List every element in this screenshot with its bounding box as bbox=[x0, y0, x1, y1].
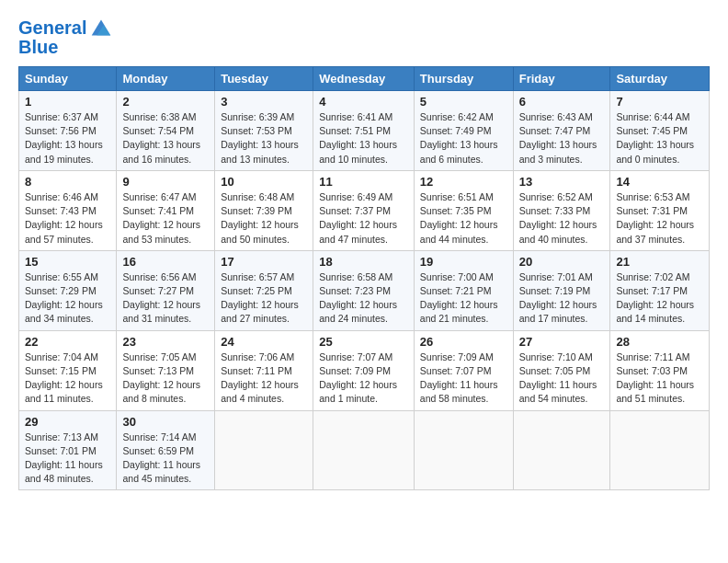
day-info: Sunrise: 7:14 AMSunset: 6:59 PMDaylight:… bbox=[122, 431, 209, 487]
week-row-5: 29Sunrise: 7:13 AMSunset: 7:01 PMDayligh… bbox=[19, 410, 710, 490]
logo-text: General bbox=[18, 17, 86, 38]
day-number: 19 bbox=[420, 255, 507, 269]
day-info: Sunrise: 6:56 AMSunset: 7:27 PMDaylight:… bbox=[122, 270, 209, 327]
week-row-1: 1Sunrise: 6:37 AMSunset: 7:56 PMDaylight… bbox=[19, 91, 710, 171]
day-info: Sunrise: 6:55 AMSunset: 7:29 PMDaylight:… bbox=[25, 270, 110, 327]
day-info: Sunrise: 7:04 AMSunset: 7:15 PMDaylight:… bbox=[25, 350, 110, 407]
calendar-cell: 8Sunrise: 6:46 AMSunset: 7:43 PMDaylight… bbox=[19, 170, 117, 250]
calendar-cell: 3Sunrise: 6:39 AMSunset: 7:53 PMDaylight… bbox=[215, 91, 313, 171]
day-info: Sunrise: 7:13 AMSunset: 7:01 PMDaylight:… bbox=[25, 431, 110, 487]
calendar-cell bbox=[215, 410, 313, 490]
calendar-cell bbox=[513, 410, 610, 490]
calendar-cell: 13Sunrise: 6:52 AMSunset: 7:33 PMDayligh… bbox=[513, 170, 610, 250]
day-number: 30 bbox=[122, 415, 209, 429]
calendar-cell: 24Sunrise: 7:06 AMSunset: 7:11 PMDayligh… bbox=[215, 330, 313, 410]
day-number: 13 bbox=[519, 175, 605, 189]
weekday-header-saturday: Saturday bbox=[610, 67, 710, 91]
calendar-cell: 10Sunrise: 6:48 AMSunset: 7:39 PMDayligh… bbox=[215, 170, 313, 250]
day-number: 14 bbox=[616, 175, 703, 189]
calendar-cell: 21Sunrise: 7:02 AMSunset: 7:17 PMDayligh… bbox=[610, 250, 710, 330]
day-info: Sunrise: 6:46 AMSunset: 7:43 PMDaylight:… bbox=[25, 190, 110, 247]
calendar-cell bbox=[313, 410, 415, 490]
day-number: 21 bbox=[616, 255, 703, 269]
calendar-cell: 14Sunrise: 6:53 AMSunset: 7:31 PMDayligh… bbox=[610, 170, 710, 250]
calendar-cell: 6Sunrise: 6:43 AMSunset: 7:47 PMDaylight… bbox=[513, 91, 610, 171]
weekday-header-monday: Monday bbox=[117, 67, 215, 91]
week-row-2: 8Sunrise: 6:46 AMSunset: 7:43 PMDaylight… bbox=[19, 170, 710, 250]
day-number: 16 bbox=[122, 255, 209, 269]
day-number: 3 bbox=[221, 95, 307, 109]
day-info: Sunrise: 7:09 AMSunset: 7:07 PMDaylight:… bbox=[420, 350, 507, 407]
day-info: Sunrise: 6:47 AMSunset: 7:41 PMDaylight:… bbox=[122, 190, 209, 247]
calendar-cell: 28Sunrise: 7:11 AMSunset: 7:03 PMDayligh… bbox=[610, 330, 710, 410]
calendar-cell: 12Sunrise: 6:51 AMSunset: 7:35 PMDayligh… bbox=[414, 170, 513, 250]
calendar-cell bbox=[414, 410, 513, 490]
day-info: Sunrise: 7:10 AMSunset: 7:05 PMDaylight:… bbox=[519, 350, 605, 407]
calendar-cell: 15Sunrise: 6:55 AMSunset: 7:29 PMDayligh… bbox=[19, 250, 117, 330]
day-number: 7 bbox=[616, 95, 703, 109]
calendar-cell: 26Sunrise: 7:09 AMSunset: 7:07 PMDayligh… bbox=[414, 330, 513, 410]
day-number: 8 bbox=[25, 175, 110, 189]
day-info: Sunrise: 7:11 AMSunset: 7:03 PMDaylight:… bbox=[616, 350, 703, 407]
day-number: 5 bbox=[420, 95, 507, 109]
day-number: 24 bbox=[221, 335, 307, 349]
week-row-4: 22Sunrise: 7:04 AMSunset: 7:15 PMDayligh… bbox=[19, 330, 710, 410]
logo-icon bbox=[88, 15, 114, 40]
calendar-cell: 18Sunrise: 6:58 AMSunset: 7:23 PMDayligh… bbox=[313, 250, 415, 330]
day-info: Sunrise: 7:07 AMSunset: 7:09 PMDaylight:… bbox=[319, 350, 408, 407]
calendar-cell: 17Sunrise: 6:57 AMSunset: 7:25 PMDayligh… bbox=[215, 250, 313, 330]
calendar-cell bbox=[610, 410, 710, 490]
logo: General Blue bbox=[18, 15, 114, 57]
day-number: 11 bbox=[319, 175, 408, 189]
weekday-header-row: SundayMondayTuesdayWednesdayThursdayFrid… bbox=[19, 67, 710, 91]
day-number: 27 bbox=[519, 335, 605, 349]
logo-blue-text: Blue bbox=[18, 37, 58, 57]
day-number: 9 bbox=[122, 175, 209, 189]
day-number: 28 bbox=[616, 335, 703, 349]
day-info: Sunrise: 7:05 AMSunset: 7:13 PMDaylight:… bbox=[122, 350, 209, 407]
day-info: Sunrise: 6:52 AMSunset: 7:33 PMDaylight:… bbox=[519, 190, 605, 247]
day-number: 22 bbox=[25, 335, 110, 349]
calendar-cell: 2Sunrise: 6:38 AMSunset: 7:54 PMDaylight… bbox=[117, 91, 215, 171]
day-info: Sunrise: 6:53 AMSunset: 7:31 PMDaylight:… bbox=[616, 190, 703, 247]
day-info: Sunrise: 6:44 AMSunset: 7:45 PMDaylight:… bbox=[616, 110, 703, 167]
weekday-header-tuesday: Tuesday bbox=[215, 67, 313, 91]
calendar-cell: 29Sunrise: 7:13 AMSunset: 7:01 PMDayligh… bbox=[19, 410, 117, 490]
day-number: 20 bbox=[519, 255, 605, 269]
weekday-header-thursday: Thursday bbox=[414, 67, 513, 91]
calendar-cell: 30Sunrise: 7:14 AMSunset: 6:59 PMDayligh… bbox=[117, 410, 215, 490]
day-info: Sunrise: 7:02 AMSunset: 7:17 PMDaylight:… bbox=[616, 270, 703, 327]
day-number: 18 bbox=[319, 255, 408, 269]
calendar-table: SundayMondayTuesdayWednesdayThursdayFrid… bbox=[18, 66, 710, 490]
day-info: Sunrise: 6:49 AMSunset: 7:37 PMDaylight:… bbox=[319, 190, 408, 247]
day-number: 2 bbox=[122, 95, 209, 109]
header: General Blue bbox=[18, 15, 710, 57]
day-info: Sunrise: 6:37 AMSunset: 7:56 PMDaylight:… bbox=[25, 110, 110, 167]
calendar-cell: 1Sunrise: 6:37 AMSunset: 7:56 PMDaylight… bbox=[19, 91, 117, 171]
calendar-cell: 19Sunrise: 7:00 AMSunset: 7:21 PMDayligh… bbox=[414, 250, 513, 330]
day-info: Sunrise: 6:57 AMSunset: 7:25 PMDaylight:… bbox=[221, 270, 307, 327]
day-number: 25 bbox=[319, 335, 408, 349]
week-row-3: 15Sunrise: 6:55 AMSunset: 7:29 PMDayligh… bbox=[19, 250, 710, 330]
day-info: Sunrise: 7:00 AMSunset: 7:21 PMDaylight:… bbox=[420, 270, 507, 327]
day-number: 26 bbox=[420, 335, 507, 349]
weekday-header-wednesday: Wednesday bbox=[313, 67, 415, 91]
day-number: 15 bbox=[25, 255, 110, 269]
day-info: Sunrise: 6:38 AMSunset: 7:54 PMDaylight:… bbox=[122, 110, 209, 167]
weekday-header-friday: Friday bbox=[513, 67, 610, 91]
day-info: Sunrise: 6:51 AMSunset: 7:35 PMDaylight:… bbox=[420, 190, 507, 247]
calendar-cell: 25Sunrise: 7:07 AMSunset: 7:09 PMDayligh… bbox=[313, 330, 415, 410]
day-number: 12 bbox=[420, 175, 507, 189]
calendar-cell: 11Sunrise: 6:49 AMSunset: 7:37 PMDayligh… bbox=[313, 170, 415, 250]
day-info: Sunrise: 6:42 AMSunset: 7:49 PMDaylight:… bbox=[420, 110, 507, 167]
page: General Blue SundayMondayTuesdayWednesda… bbox=[0, 0, 728, 500]
day-info: Sunrise: 6:58 AMSunset: 7:23 PMDaylight:… bbox=[319, 270, 408, 327]
calendar-cell: 9Sunrise: 6:47 AMSunset: 7:41 PMDaylight… bbox=[117, 170, 215, 250]
day-info: Sunrise: 6:39 AMSunset: 7:53 PMDaylight:… bbox=[221, 110, 307, 167]
weekday-header-sunday: Sunday bbox=[19, 67, 117, 91]
day-info: Sunrise: 7:01 AMSunset: 7:19 PMDaylight:… bbox=[519, 270, 605, 327]
calendar-cell: 20Sunrise: 7:01 AMSunset: 7:19 PMDayligh… bbox=[513, 250, 610, 330]
day-number: 1 bbox=[25, 95, 110, 109]
day-info: Sunrise: 7:06 AMSunset: 7:11 PMDaylight:… bbox=[221, 350, 307, 407]
day-info: Sunrise: 6:43 AMSunset: 7:47 PMDaylight:… bbox=[519, 110, 605, 167]
